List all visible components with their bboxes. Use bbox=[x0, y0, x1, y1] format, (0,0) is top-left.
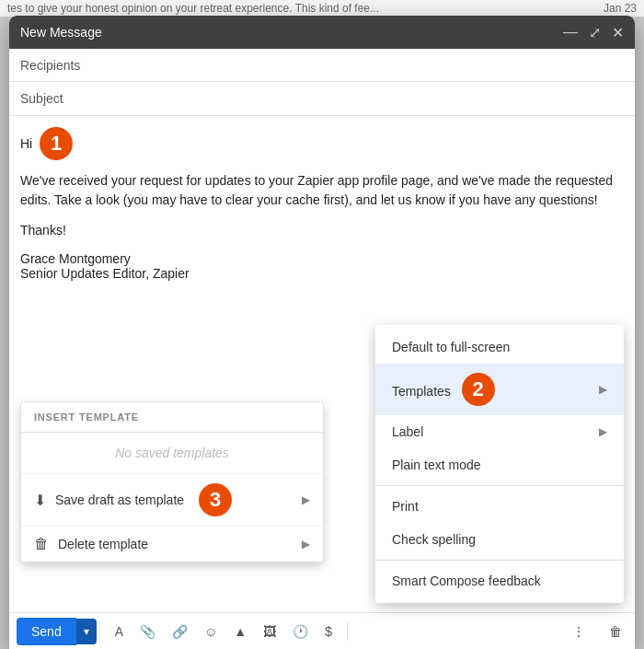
compose-window: New Message — ⤢ ✕ Recipients Subject Hi … bbox=[9, 16, 635, 649]
drive-button[interactable]: ▲ bbox=[228, 620, 252, 643]
templates-chevron: ▶ bbox=[599, 383, 607, 396]
drive-icon: ▲ bbox=[234, 624, 247, 639]
send-dropdown-button[interactable]: ▾ bbox=[76, 619, 97, 644]
paperclip-icon: 📎 bbox=[140, 624, 155, 639]
step-3-badge: 3 bbox=[199, 483, 232, 516]
spellcheck-label: Check spelling bbox=[392, 532, 476, 547]
signature-name: Grace Montgomery bbox=[20, 251, 624, 266]
dropdown-item-spellcheck[interactable]: Check spelling bbox=[375, 523, 624, 556]
close-icon[interactable]: ✕ bbox=[612, 24, 624, 41]
dropdown-divider bbox=[375, 485, 624, 486]
send-button[interactable]: Send bbox=[17, 618, 76, 645]
save-draft-chevron: ▶ bbox=[302, 493, 310, 506]
attach-button[interactable]: 📎 bbox=[134, 620, 161, 643]
recipients-label: Recipients bbox=[20, 58, 80, 73]
dropdown-menu: Default to full-screen Templates 2 ▶ Lab… bbox=[375, 325, 624, 603]
dropdown-item-label[interactable]: Label ▶ bbox=[375, 415, 624, 448]
compose-header: New Message — ⤢ ✕ bbox=[9, 16, 635, 49]
print-label: Print bbox=[392, 499, 419, 514]
dropdown-item-fullscreen[interactable]: Default to full-screen bbox=[375, 330, 624, 364]
emoji-button[interactable]: ☺ bbox=[199, 620, 223, 643]
dropdown-item-plaintext[interactable]: Plain text mode bbox=[375, 448, 624, 481]
dollar-button[interactable]: $ bbox=[319, 620, 338, 643]
more-options-button[interactable]: ⋮ bbox=[567, 620, 591, 643]
delete-template-label: Delete template bbox=[58, 537, 148, 551]
text-formatting-button[interactable]: A bbox=[109, 620, 129, 643]
greeting-line: Hi 1 bbox=[20, 127, 624, 160]
emoji-icon: ☺ bbox=[204, 624, 217, 639]
minimize-icon[interactable]: — bbox=[563, 24, 578, 41]
signature-title: Senior Updates Editor, Zapier bbox=[20, 266, 624, 281]
fullscreen-label: Default to full-screen bbox=[392, 340, 510, 354]
dropdown-item-print[interactable]: Print bbox=[375, 490, 624, 523]
text-underline-icon: A bbox=[115, 624, 123, 639]
photo-icon: 🖼 bbox=[263, 624, 276, 639]
delete-template-left: 🗑 Delete template bbox=[34, 536, 148, 552]
save-draft-label: Save draft as template bbox=[55, 493, 184, 507]
recipients-field[interactable]: Recipients bbox=[9, 49, 635, 82]
save-draft-icon: ⬇ bbox=[34, 492, 46, 509]
step-1-badge: 1 bbox=[40, 127, 73, 160]
step-2-badge: 2 bbox=[462, 373, 495, 406]
smart-compose-label: Smart Compose feedback bbox=[392, 574, 541, 588]
clock-button[interactable]: 🕐 bbox=[287, 620, 314, 643]
plaintext-label: Plain text mode bbox=[392, 458, 481, 472]
templates-label: Templates 2 bbox=[392, 373, 495, 406]
no-templates-text: No saved templates bbox=[21, 433, 323, 473]
label-menu-label: Label bbox=[392, 424, 423, 439]
link-icon: 🔗 bbox=[172, 624, 188, 639]
clock-icon: 🕐 bbox=[293, 624, 308, 639]
photo-button[interactable]: 🖼 bbox=[258, 620, 282, 643]
greeting-text: Hi bbox=[20, 136, 32, 151]
dollar-icon: $ bbox=[325, 624, 332, 639]
delete-template-icon: 🗑 bbox=[34, 536, 49, 552]
save-draft-template-left: ⬇ Save draft as template 3 bbox=[34, 483, 232, 516]
send-group: Send ▾ bbox=[17, 618, 97, 645]
background-hint: tes to give your honest opinion on your … bbox=[0, 0, 644, 17]
compose-toolbar: Send ▾ A 📎 🔗 ☺ ▲ 🖼 🕐 $ ⋮ bbox=[9, 612, 635, 649]
subject-label: Subject bbox=[20, 91, 63, 106]
subject-field[interactable]: Subject bbox=[9, 82, 635, 115]
dropdown-item-templates[interactable]: Templates 2 ▶ bbox=[375, 364, 624, 415]
trash-icon: 🗑 bbox=[609, 624, 622, 639]
template-panel-header: INSERT TEMPLATE bbox=[21, 402, 323, 433]
compose-header-controls: — ⤢ ✕ bbox=[563, 24, 624, 41]
delete-template-chevron: ▶ bbox=[302, 538, 310, 550]
expand-icon[interactable]: ⤢ bbox=[589, 24, 601, 41]
body-paragraph-1: We've received your request for updates … bbox=[20, 171, 624, 210]
delete-button[interactable]: 🗑 bbox=[604, 620, 627, 643]
compose-fields: Recipients Subject bbox=[9, 49, 635, 116]
template-panel: INSERT TEMPLATE No saved templates ⬇ Sav… bbox=[20, 401, 324, 562]
label-chevron: ▶ bbox=[599, 425, 607, 438]
signature: Grace Montgomery Senior Updates Editor, … bbox=[20, 251, 624, 281]
link-button[interactable]: 🔗 bbox=[167, 620, 193, 643]
body-thanks: Thanks! bbox=[20, 221, 624, 240]
toolbar-separator bbox=[347, 622, 348, 641]
dropdown-divider-2 bbox=[375, 560, 624, 561]
delete-template-action[interactable]: 🗑 Delete template ▶ bbox=[21, 526, 323, 562]
background-hint-text: tes to give your honest opinion on your … bbox=[7, 2, 379, 15]
compose-title: New Message bbox=[20, 25, 102, 40]
background-hint-date: Jan 23 bbox=[604, 2, 637, 15]
dropdown-item-smart-compose[interactable]: Smart Compose feedback bbox=[375, 564, 624, 597]
save-draft-template-action[interactable]: ⬇ Save draft as template 3 ▶ bbox=[21, 473, 323, 526]
more-options-icon: ⋮ bbox=[572, 624, 585, 639]
